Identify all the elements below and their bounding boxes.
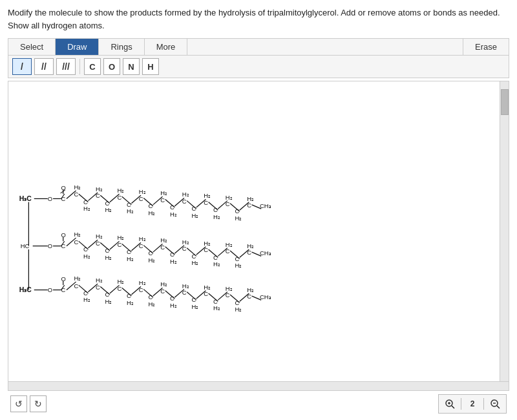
svg-text:C: C [83, 246, 88, 253]
svg-text:C: C [247, 293, 251, 300]
tab-select[interactable]: Select [8, 39, 56, 55]
oxygen-atom-btn[interactable]: O [103, 58, 120, 75]
svg-text:H₂: H₂ [204, 192, 211, 199]
svg-text:C: C [247, 202, 251, 209]
svg-text:CH₃: CH₃ [260, 249, 271, 257]
svg-text:H₂: H₂ [74, 231, 81, 238]
tab-rings[interactable]: Rings [99, 39, 144, 55]
zoom-controls: 2 [438, 394, 507, 414]
svg-text:H₂: H₂ [170, 302, 177, 309]
svg-text:C: C [117, 194, 121, 201]
svg-text:H₂: H₂ [182, 282, 189, 289]
single-bond-tool[interactable]: / [12, 58, 32, 75]
zoom-in-icon [445, 399, 455, 409]
svg-line-191 [497, 406, 500, 408]
svg-text:H₂: H₂ [204, 240, 211, 247]
svg-text:H₂: H₂ [235, 306, 242, 313]
hydrogen-atom-btn[interactable]: H [142, 58, 159, 75]
svg-text:H₂: H₂ [213, 213, 220, 220]
svg-text:H₂: H₂ [247, 242, 254, 249]
svg-text:H₂: H₂ [105, 298, 112, 305]
svg-text:H₂: H₂ [204, 284, 211, 291]
zoom-divider-2 [483, 398, 484, 410]
svg-text:H₂: H₂ [117, 187, 124, 194]
svg-text:C: C [182, 289, 187, 296]
svg-text:H₂: H₂ [170, 258, 177, 265]
svg-text:C: C [149, 249, 153, 257]
svg-text:C: C [127, 292, 131, 299]
svg-text:C: C [235, 299, 239, 306]
svg-text:H₂: H₂ [139, 279, 146, 286]
svg-text:H₂: H₂ [160, 280, 167, 288]
svg-text:H₂: H₂ [235, 215, 242, 222]
redo-button[interactable]: ↻ [30, 395, 47, 412]
svg-text:H₂: H₂ [160, 236, 167, 244]
svg-text:C: C [160, 244, 165, 251]
svg-text:C: C [160, 196, 165, 204]
svg-text:O: O [61, 231, 66, 238]
svg-text:H₂: H₂ [182, 238, 189, 246]
carbon-atom-btn[interactable]: C [84, 58, 101, 75]
horizontal-scrollbar[interactable] [8, 381, 509, 390]
zoom-in-button[interactable] [441, 396, 458, 412]
svg-text:C: C [149, 202, 153, 209]
svg-text:C: C [139, 286, 143, 293]
svg-text:H₂: H₂ [226, 241, 233, 248]
svg-text:H₂: H₂ [213, 304, 220, 311]
zoom-divider [461, 398, 461, 410]
triple-bond-tool[interactable]: /// [56, 58, 76, 75]
bottom-toolbar: ↺ ↻ 2 [8, 391, 509, 415]
molecule-canvas[interactable]: text { font-family: Arial, sans-serif; f… [8, 81, 509, 391]
svg-text:H₂: H₂ [160, 189, 167, 196]
svg-text:C: C [191, 297, 196, 304]
tab-draw[interactable]: Draw [56, 39, 99, 55]
zoom-fit-button[interactable]: 2 [464, 396, 481, 412]
tab-more[interactable]: More [145, 39, 188, 55]
svg-text:O: O [61, 275, 66, 282]
svg-text:CH₃: CH₃ [260, 293, 271, 300]
svg-text:O: O [48, 242, 52, 249]
svg-text:C: C [191, 253, 196, 260]
svg-text:C: C [235, 207, 239, 215]
svg-text:H₂: H₂ [74, 275, 81, 282]
instruction-text: Modify the molecule to show the products… [8, 6, 509, 32]
svg-text:C: C [74, 282, 78, 289]
svg-text:C: C [226, 291, 230, 299]
svg-text:C: C [117, 285, 121, 292]
svg-text:C: C [204, 290, 208, 297]
svg-text:H₂: H₂ [149, 300, 156, 308]
svg-text:C: C [96, 192, 100, 199]
svg-text:H₂: H₂ [247, 286, 254, 293]
scrollbar-thumb[interactable] [501, 89, 509, 115]
tab-erase[interactable]: Erase [463, 39, 509, 55]
svg-text:H₂: H₂ [96, 233, 103, 240]
zoom-out-icon [490, 399, 500, 409]
svg-text:H₂: H₂ [139, 188, 146, 195]
svg-line-187 [452, 406, 454, 408]
undo-button[interactable]: ↺ [10, 395, 27, 412]
svg-text:C: C [204, 199, 208, 206]
svg-text:C: C [96, 284, 100, 291]
zoom-out-button[interactable] [487, 396, 503, 412]
svg-text:C: C [83, 198, 88, 205]
svg-text:C: C [182, 245, 187, 252]
svg-text:H₂: H₂ [139, 235, 146, 242]
history-controls: ↺ ↻ [10, 395, 47, 412]
svg-text:H₂: H₂ [127, 207, 134, 215]
svg-text:C: C [204, 246, 208, 253]
svg-text:H₂: H₂ [83, 253, 90, 260]
svg-text:C: C [213, 254, 218, 261]
nitrogen-atom-btn[interactable]: N [123, 58, 140, 75]
svg-text:HC: HC [21, 242, 30, 249]
svg-text:C: C [127, 248, 131, 255]
svg-text:O: O [48, 195, 52, 202]
toolbar-tabs: Select Draw Rings More Erase [8, 39, 509, 56]
svg-text:C: C [191, 205, 196, 212]
svg-text:C: C [247, 249, 251, 256]
svg-text:H₃C: H₃C [19, 286, 32, 293]
svg-text:C: C [235, 255, 239, 262]
svg-text:H₂: H₂ [96, 277, 103, 284]
double-bond-tool[interactable]: // [34, 58, 54, 75]
svg-text:C: C [226, 247, 230, 255]
vertical-scrollbar[interactable] [500, 81, 509, 390]
